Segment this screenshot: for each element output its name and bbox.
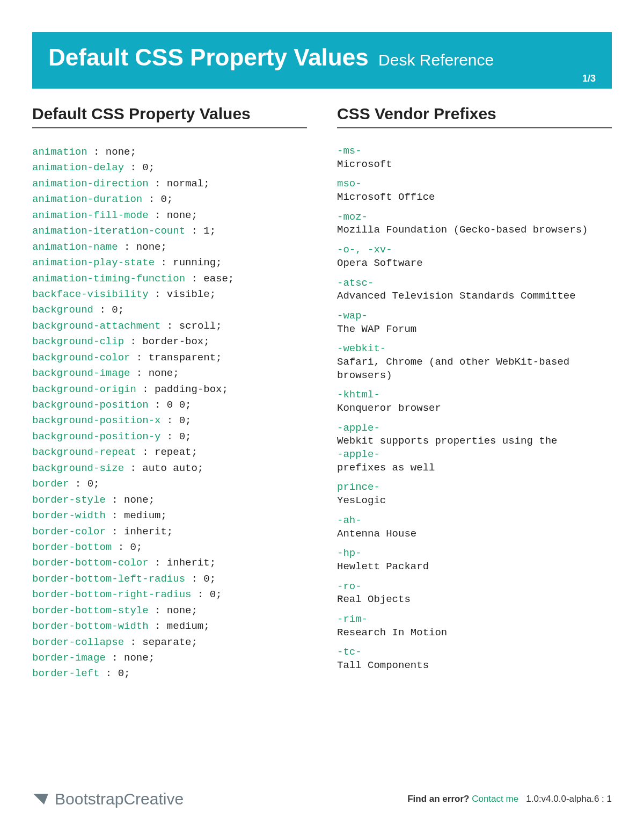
css-property-row: background-color : transparent; [32, 350, 307, 366]
css-property-value: 0; [179, 415, 192, 426]
vendor-prefix-tag: -apple- [337, 422, 612, 435]
css-property-name: animation-play-state [32, 257, 155, 269]
vendor-prefix-tag: -ro- [337, 580, 612, 593]
css-property-name: backface-visibility [32, 288, 149, 300]
footer-info: Find an error? Contact me 1.0:v4.0.0-alp… [407, 794, 612, 804]
css-property-name: border-width [32, 510, 106, 521]
brand-logo: BootstrapCreative [32, 790, 184, 808]
colon: : [106, 494, 124, 506]
colon: : [160, 415, 179, 426]
vendor-prefix-desc: Microsoft Office [337, 191, 612, 204]
css-property-name: animation-iteration-count [32, 225, 185, 237]
right-heading: CSS Vendor Prefixes [337, 105, 612, 128]
css-property-row: animation-delay : 0; [32, 160, 307, 176]
colon: : [93, 304, 112, 316]
colon: : [185, 225, 203, 237]
vendor-prefix-tag: mso- [337, 177, 612, 191]
css-property-value: 0; [210, 589, 222, 600]
colon: : [112, 541, 130, 553]
colon: : [185, 273, 203, 285]
vendor-prefix-desc: prefixes as well [337, 461, 612, 475]
vendor-prefix-desc: Research In Motion [337, 626, 612, 640]
vendor-prefix-block: -tc-Tall Components [337, 646, 612, 672]
css-property-value: none; [124, 494, 155, 506]
error-label: Find an error? [407, 794, 469, 804]
vendor-prefix-desc: Microsoft [337, 158, 612, 171]
css-property-row: border-bottom-left-radius : 0; [32, 571, 307, 587]
right-column: CSS Vendor Prefixes -ms-Microsoftmso-Mic… [337, 105, 612, 682]
css-property-row: background-size : auto auto; [32, 461, 307, 476]
css-property-row: border-width : medium; [32, 508, 307, 524]
vendor-prefix-block: -ro-Real Objects [337, 580, 612, 606]
css-property-value: 0; [142, 162, 155, 173]
vendor-prefix-tag: -khtml- [337, 388, 612, 402]
css-property-row: border-left : 0; [32, 666, 307, 681]
css-property-row: background-origin : padding-box; [32, 382, 307, 397]
css-property-value: medium; [124, 510, 167, 521]
css-property-value: medium; [167, 620, 210, 632]
colon: : [191, 589, 209, 600]
colon: : [106, 526, 124, 538]
css-property-row: animation-duration : 0; [32, 192, 307, 207]
colon: : [69, 478, 87, 490]
css-property-name: background-size [32, 462, 124, 474]
css-property-value: 0; [112, 304, 124, 316]
css-property-row: background-position : 0 0; [32, 397, 307, 413]
colon: : [160, 320, 179, 332]
vendor-prefix-tag: -rim- [337, 613, 612, 626]
vendor-prefix-tag: -atsc- [337, 277, 612, 290]
css-property-name: background-position [32, 399, 149, 411]
css-property-row: border-collapse : separate; [32, 635, 307, 650]
css-property-name: background-position-y [32, 431, 160, 443]
left-column: Default CSS Property Values animation : … [32, 105, 307, 682]
colon: : [136, 446, 155, 458]
contact-link[interactable]: Contact me [472, 794, 518, 804]
colon: : [136, 383, 155, 395]
css-property-name: border-bottom-color [32, 557, 149, 569]
css-property-value: auto auto; [142, 462, 203, 474]
css-property-name: animation-timing-function [32, 273, 185, 285]
css-property-value: running; [173, 257, 222, 269]
vendor-prefix-desc: Opera Software [337, 257, 612, 270]
css-property-row: border-color : inherit; [32, 524, 307, 540]
css-property-name: border-color [32, 526, 106, 538]
vendor-prefix-block: -khtml-Konqueror browser [337, 388, 612, 415]
vendor-prefix-tag: -moz- [337, 211, 612, 224]
colon: : [130, 352, 148, 364]
vendor-prefix-desc: Mozilla Foundation (Gecko-based browsers… [337, 223, 612, 237]
css-property-name: animation-name [32, 241, 118, 253]
vendor-prefix-desc: Antenna House [337, 527, 612, 541]
css-property-value: 0; [160, 193, 173, 205]
css-property-value: none; [167, 605, 197, 617]
css-property-row: background-repeat : repeat; [32, 445, 307, 460]
css-property-value: normal; [167, 178, 210, 190]
left-heading: Default CSS Property Values [32, 105, 307, 128]
colon: : [118, 241, 136, 253]
vendor-prefix-block: -rim-Research In Motion [337, 613, 612, 639]
css-property-value: inherit; [167, 557, 216, 569]
vendor-prefix-tag: -tc- [337, 646, 612, 659]
css-property-row: animation : none; [32, 144, 307, 160]
css-property-name: border-bottom-width [32, 620, 149, 632]
css-property-name: border-bottom [32, 541, 112, 553]
css-property-row: backface-visibility : visible; [32, 287, 307, 302]
css-property-name: background [32, 304, 93, 316]
brand-icon [32, 792, 50, 807]
css-property-row: animation-direction : normal; [32, 176, 307, 192]
footer: BootstrapCreative Find an error? Contact… [32, 790, 612, 808]
css-property-value: none; [106, 146, 136, 158]
css-property-row: border-image : none; [32, 650, 307, 666]
vendor-prefix-tag: -ms- [337, 144, 612, 158]
colon: : [149, 557, 167, 569]
colon: : [87, 146, 106, 158]
vendor-prefix-desc: Webkit supports properties using the [337, 434, 612, 448]
vendor-prefix-block: -atsc-Advanced Television Standards Comm… [337, 277, 612, 303]
colon: : [149, 288, 167, 300]
css-property-value: 0; [203, 573, 216, 585]
vendor-prefix-desc: YesLogic [337, 494, 612, 507]
vendor-prefix-block: -hp-Hewlett Packard [337, 547, 612, 573]
colon: : [106, 652, 124, 664]
css-property-value: none; [136, 241, 167, 253]
css-property-name: background-repeat [32, 446, 136, 458]
css-property-name: border-bottom-style [32, 605, 149, 617]
